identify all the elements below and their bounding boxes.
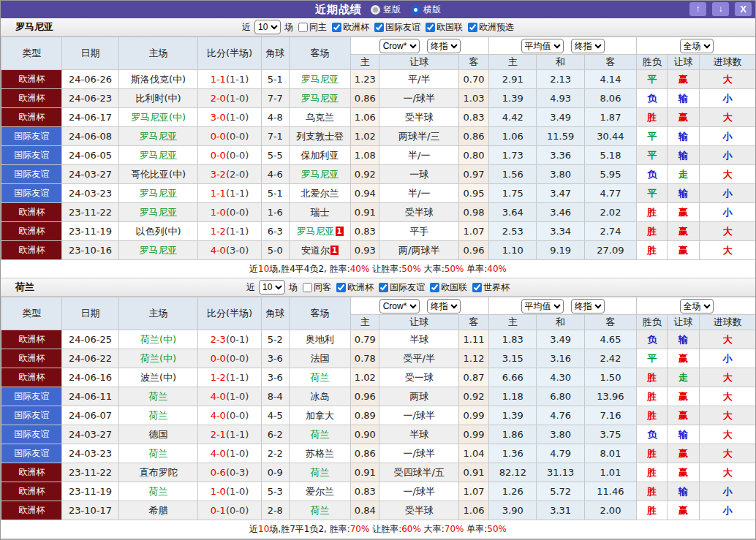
score-cell: 0-6(0-3): [198, 463, 261, 482]
league-checkbox[interactable]: [430, 283, 439, 292]
league-option[interactable]: 欧洲预选: [465, 21, 514, 34]
home-odds-cell: 1.02: [351, 368, 379, 387]
same-venue-checkbox[interactable]: [298, 23, 308, 32]
match-count-select[interactable]: 10: [254, 20, 281, 34]
scope-select-group: 全场: [637, 297, 756, 315]
result-cell: 胜: [637, 482, 668, 501]
goals-result-cell: 小: [699, 482, 756, 501]
handicap-result-cell: 赢: [668, 349, 699, 368]
avg-away-cell: 13.96: [584, 387, 636, 406]
up-arrow-button[interactable]: ↑: [689, 2, 706, 16]
league-option[interactable]: 欧国联: [423, 21, 463, 34]
league-checkbox[interactable]: [332, 23, 341, 32]
score-cell: 1-2(1-1): [198, 368, 261, 387]
red-card-badge: 1: [336, 227, 344, 236]
match-row: 欧洲杯23-10-16罗马尼亚4-0(3-0)5-0安道尔10.93两/两球半0…: [1, 241, 756, 260]
avg-home-cell: 1.39: [489, 406, 537, 425]
league-option[interactable]: 世界杯: [469, 281, 510, 294]
radio-vertical-layout[interactable]: 竖版: [371, 4, 401, 16]
league-checkbox[interactable]: [426, 23, 435, 32]
scope-select[interactable]: 全场: [680, 299, 714, 313]
corners-cell: 4-5: [261, 406, 289, 425]
league-option[interactable]: 欧洲杯: [333, 281, 374, 294]
match-row: 国际友谊24-06-11荷兰4-0(1-0)8-4冰岛0.96两球0.921.1…: [1, 387, 756, 406]
league-option[interactable]: 欧洲杯: [329, 21, 369, 34]
match-count-select[interactable]: 10: [259, 280, 285, 294]
same-venue-option[interactable]: 同客: [300, 281, 331, 294]
away-team-cell: 罗马尼亚1: [289, 222, 350, 241]
score-cell: 0-0(0-0): [198, 146, 261, 165]
date-cell: 24-03-23: [62, 184, 118, 203]
col-away: 客场: [289, 37, 350, 70]
score-cell: 1-1(1-1): [198, 70, 261, 89]
league-checkbox[interactable]: [374, 23, 384, 32]
average-select[interactable]: 平均值: [521, 299, 564, 313]
summary-text: 70%: [350, 524, 370, 534]
league-cell: 欧洲杯: [1, 89, 62, 108]
home-team-cell: 荷兰: [118, 387, 198, 406]
league-cell: 欧洲杯: [1, 501, 62, 520]
avg-home-cell: 4.42: [489, 108, 537, 127]
bookmaker-select[interactable]: Crow*: [379, 39, 420, 53]
col-result: 胜负: [637, 55, 668, 70]
avg-home-cell: 2.91: [489, 70, 537, 89]
handicap-result-cell: 赢: [668, 387, 699, 406]
score-cell: 4-0(0-0): [198, 406, 261, 425]
league-checkbox[interactable]: [379, 283, 388, 292]
corners-cell: 0-9: [261, 463, 289, 482]
date-cell: 23-11-19: [62, 222, 118, 241]
average-select[interactable]: 平均值: [521, 39, 564, 53]
handicap-cell: 平/半: [379, 70, 459, 89]
avg-draw-cell: 4.93: [537, 89, 584, 108]
score-cell: 0-0(0-0): [198, 127, 261, 146]
league-checkbox[interactable]: [336, 283, 346, 292]
home-odds-cell: 1.02: [351, 127, 379, 146]
away-odds-cell: 0.87: [458, 368, 488, 387]
avg-away-cell: 27.09: [584, 241, 636, 260]
down-arrow-button[interactable]: ↓: [712, 2, 729, 16]
radio-circle-selected-icon[interactable]: [411, 5, 420, 15]
bookmaker-select-group: Crow* 终指: [351, 37, 489, 55]
close-button[interactable]: X: [735, 2, 752, 16]
bookmaker-select[interactable]: Crow*: [379, 299, 420, 313]
avg-home-cell: 82.12: [489, 463, 537, 482]
radio-circle-icon[interactable]: [371, 5, 380, 15]
average-time-select[interactable]: 终指: [571, 299, 605, 313]
goals-result-cell: 大: [699, 165, 756, 184]
match-row: 欧洲杯24-06-26斯洛伐克(中)1-1(1-1)5-1罗马尼亚1.23平/半…: [1, 70, 756, 89]
col-home: 主场: [118, 37, 198, 70]
home-odds-cell: 0.86: [351, 89, 379, 108]
avg-draw-cell: 4.79: [537, 444, 584, 463]
home-odds-cell: 0.86: [351, 444, 379, 463]
goals-result-cell: 大: [699, 387, 756, 406]
same-venue-option[interactable]: 同主: [295, 21, 327, 34]
odds-time-select[interactable]: 终指: [427, 299, 461, 313]
league-cell: 欧洲杯: [1, 222, 62, 241]
home-team-cell: 荷兰: [118, 406, 198, 425]
avg-away-cell: 5.95: [584, 165, 636, 184]
summary-text: 40%: [350, 264, 370, 274]
league-option[interactable]: 国际友谊: [371, 21, 420, 34]
handicap-cell: 一球: [379, 165, 459, 184]
goals-result-cell: 大: [699, 368, 756, 387]
odds-time-select[interactable]: 终指: [427, 39, 461, 53]
average-time-select[interactable]: 终指: [571, 39, 605, 53]
avg-away-cell: 2.00: [584, 501, 636, 520]
avg-home-cell: 1.56: [489, 165, 537, 184]
league-checkbox[interactable]: [472, 283, 482, 292]
league-checkbox[interactable]: [468, 23, 477, 32]
scope-select[interactable]: 全场: [680, 39, 714, 53]
league-label: 世界杯: [483, 281, 510, 294]
league-option[interactable]: 国际友谊: [376, 281, 425, 294]
avg-away-cell: 4.14: [584, 70, 636, 89]
same-venue-checkbox[interactable]: [303, 283, 312, 292]
avg-home-cell: 1.10: [489, 241, 537, 260]
away-team-cell: 荷兰: [289, 463, 350, 482]
radio-horizontal-layout[interactable]: 横版: [411, 4, 441, 16]
result-cell: 负: [637, 165, 668, 184]
avg-away-cell: 3.75: [584, 425, 636, 444]
avg-home-cell: 1.86: [489, 425, 537, 444]
handicap-result-cell: 输: [668, 184, 699, 203]
league-option[interactable]: 欧国联: [427, 281, 467, 294]
goals-result-cell: 大: [699, 444, 756, 463]
